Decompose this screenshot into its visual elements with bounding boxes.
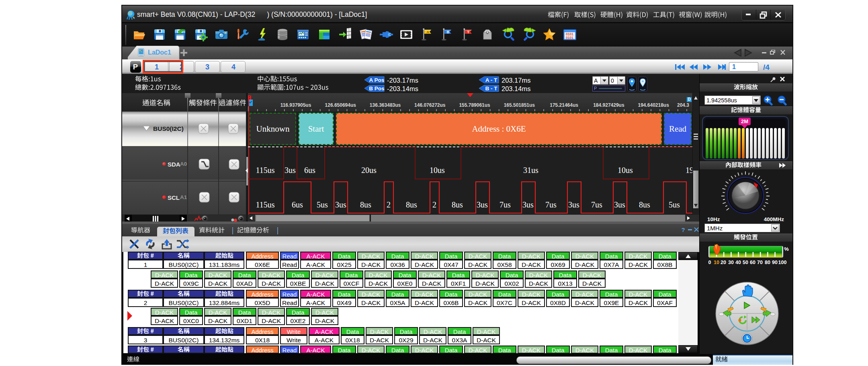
svg-text:2M: 2M: [741, 118, 748, 124]
svg-text:0101: 0101: [566, 36, 573, 40]
svg-text:B: B: [447, 30, 450, 34]
svg-text:T: T: [467, 30, 470, 34]
svg-text:A: A: [427, 30, 430, 34]
